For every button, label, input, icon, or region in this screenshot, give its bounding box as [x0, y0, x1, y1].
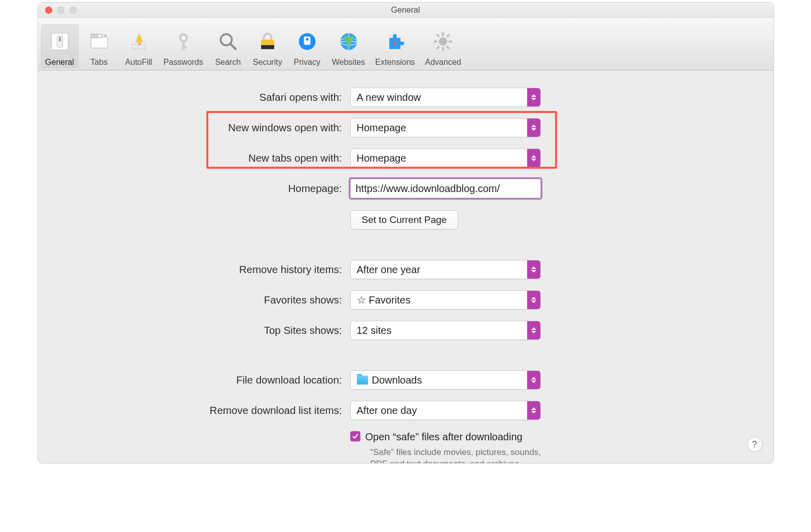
toolbar-item-label: Tabs [91, 58, 108, 67]
popup-value: Homepage [357, 153, 407, 164]
websites-icon [335, 27, 363, 56]
window-controls [45, 7, 77, 14]
chevron-updown-icon [527, 149, 540, 167]
open-safe-files-checkbox[interactable] [350, 431, 360, 441]
toolbar-item-label: Search [215, 58, 241, 67]
chevron-updown-icon [527, 88, 540, 106]
toolbar-item-label: AutoFill [125, 58, 152, 67]
autofill-icon [125, 27, 153, 56]
svg-rect-27 [442, 47, 444, 51]
chevron-updown-icon [527, 260, 540, 279]
preferences-window: General General + Tabs AutoFill Pass [38, 2, 774, 464]
svg-rect-28 [434, 41, 437, 43]
titlebar: General [38, 3, 773, 18]
popup-remove-downloads[interactable]: After one day [350, 401, 541, 420]
label-remove-history: Remove history items: [38, 263, 342, 276]
svg-rect-18 [261, 45, 274, 49]
chevron-updown-icon [527, 291, 540, 309]
toolbar-item-label: Security [253, 58, 282, 67]
search-icon [214, 27, 242, 56]
popup-value: A new window [357, 92, 421, 103]
popup-value: Favorites [369, 294, 411, 306]
svg-rect-26 [442, 32, 444, 36]
popup-value: Homepage [357, 122, 407, 134]
label-new-windows-open-with: New windows open with: [38, 122, 342, 134]
label-new-tabs-open-with: New tabs open with: [38, 152, 342, 164]
security-icon [253, 27, 282, 56]
toolbar-item-label: Passwords [164, 58, 203, 67]
close-window-button[interactable] [45, 7, 52, 14]
open-safe-files-label: Open “safe” files after downloading [365, 431, 553, 443]
toolbar-item-general[interactable]: General [41, 24, 79, 68]
toolbar-item-websites[interactable]: Websites [328, 24, 370, 68]
svg-point-21 [306, 38, 309, 41]
open-safe-files-hint: “Safe” files include movies, pictures, s… [371, 447, 553, 464]
tabs-icon: + [85, 27, 114, 56]
homepage-input[interactable] [350, 179, 541, 198]
svg-text:+: + [104, 33, 107, 39]
preferences-toolbar: General + Tabs AutoFill Passwords Search [38, 18, 773, 70]
toolbar-item-search[interactable]: Search [209, 24, 247, 68]
toolbar-item-autofill[interactable]: AutoFill [120, 24, 158, 68]
svg-rect-13 [182, 46, 187, 48]
privacy-icon [293, 27, 321, 56]
set-to-current-page-button[interactable]: Set to Current Page [350, 210, 459, 230]
toolbar-item-privacy[interactable]: Privacy [288, 24, 326, 68]
svg-point-11 [181, 36, 185, 40]
minimize-window-button[interactable] [57, 7, 64, 14]
toolbar-item-tabs[interactable]: + Tabs [81, 24, 118, 68]
label-safari-opens-with: Safari opens with: [38, 91, 342, 103]
help-button[interactable]: ? [747, 437, 762, 452]
svg-rect-31 [446, 46, 450, 50]
extensions-icon [381, 27, 409, 56]
popup-download-location[interactable]: Downloads [350, 370, 541, 390]
label-homepage: Homepage: [38, 182, 342, 195]
popup-top-sites-shows[interactable]: 12 sites [350, 321, 541, 340]
popup-value: 12 sites [357, 325, 392, 336]
svg-marker-8 [135, 33, 143, 43]
popup-favorites-shows[interactable]: ☆ Favorites [350, 290, 541, 310]
chevron-updown-icon [527, 371, 540, 389]
folder-icon [357, 375, 368, 385]
svg-point-25 [439, 37, 448, 46]
window-title: General [391, 6, 420, 15]
svg-rect-2 [59, 37, 61, 42]
svg-rect-30 [436, 33, 440, 37]
label-remove-downloads: Remove download list items: [38, 404, 342, 416]
svg-rect-12 [182, 42, 185, 50]
toolbar-item-label: Privacy [294, 58, 320, 67]
svg-rect-4 [91, 34, 97, 37]
passwords-icon [169, 27, 198, 56]
toolbar-item-label: Extensions [375, 58, 415, 67]
star-icon: ☆ [357, 294, 366, 306]
label-download-location: File download location: [38, 374, 342, 386]
svg-rect-29 [449, 41, 452, 43]
general-icon [46, 27, 74, 56]
chevron-updown-icon [527, 119, 540, 137]
popup-safari-opens-with[interactable]: A new window [350, 88, 541, 107]
svg-rect-5 [97, 34, 102, 37]
popup-value: After one day [357, 405, 417, 416]
general-pane: Safari opens with: A new window New wind… [38, 70, 773, 463]
toolbar-item-passwords[interactable]: Passwords [160, 24, 207, 68]
popup-new-windows-open-with[interactable]: Homepage [350, 118, 541, 137]
advanced-icon [429, 27, 457, 56]
svg-rect-9 [138, 43, 141, 46]
zoom-window-button[interactable] [69, 7, 77, 14]
toolbar-item-extensions[interactable]: Extensions [371, 24, 419, 68]
toolbar-item-label: Advanced [425, 58, 461, 67]
toolbar-item-label: General [45, 58, 74, 67]
popup-remove-history[interactable]: After one year [350, 260, 541, 279]
label-favorites-shows: Favorites shows: [38, 294, 342, 306]
svg-rect-33 [436, 46, 440, 50]
label-top-sites-shows: Top Sites shows: [38, 324, 342, 336]
toolbar-item-label: Websites [332, 58, 365, 67]
svg-rect-3 [91, 37, 107, 48]
popup-value: After one year [357, 264, 421, 276]
svg-line-15 [230, 44, 235, 49]
popup-new-tabs-open-with[interactable]: Homepage [350, 148, 541, 168]
toolbar-item-advanced[interactable]: Advanced [421, 24, 465, 68]
toolbar-item-security[interactable]: Security [249, 24, 286, 68]
svg-rect-32 [446, 33, 450, 37]
chevron-updown-icon [527, 321, 540, 339]
